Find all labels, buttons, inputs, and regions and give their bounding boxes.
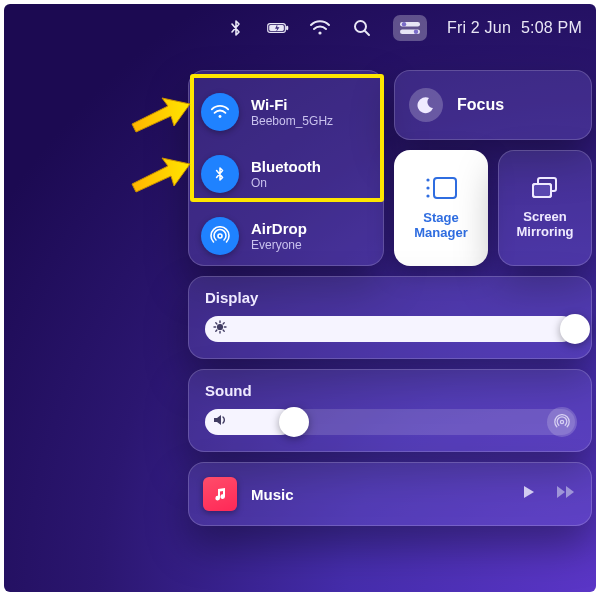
- sound-title: Sound: [205, 382, 575, 399]
- stage-manager-label: Stage Manager: [414, 211, 467, 241]
- sound-card: Sound: [188, 369, 592, 452]
- now-playing-card[interactable]: Music: [188, 462, 592, 526]
- bluetooth-icon: [201, 155, 239, 193]
- stage-manager-icon: [424, 175, 458, 205]
- airdrop-title: AirDrop: [251, 220, 307, 237]
- control-center-menu-icon[interactable]: [393, 15, 427, 41]
- connectivity-card: Wi-Fi Beebom_5GHz Bluetooth On: [188, 70, 384, 266]
- svg-rect-16: [533, 184, 551, 197]
- airdrop-subtitle: Everyone: [251, 238, 307, 252]
- bluetooth-toggle[interactable]: Bluetooth On: [201, 143, 371, 205]
- menu-bar-datetime[interactable]: Fri 2 Jun5:08 PM: [447, 19, 582, 37]
- wifi-icon: [201, 93, 239, 131]
- screen-mirroring-icon: [530, 176, 560, 204]
- svg-point-10: [218, 234, 222, 238]
- svg-point-18: [218, 325, 223, 330]
- airdrop-toggle[interactable]: AirDrop Everyone: [201, 205, 371, 267]
- display-card: Display: [188, 276, 592, 359]
- brightness-icon: [213, 320, 227, 338]
- screen-mirroring-tile[interactable]: Screen Mirroring: [498, 150, 592, 266]
- desktop-background: Fri 2 Jun5:08 PM Wi-Fi Beebom_5GHz: [4, 4, 596, 592]
- music-app-icon: [203, 477, 237, 511]
- sound-slider[interactable]: [205, 409, 575, 435]
- volume-icon: [213, 413, 229, 431]
- wifi-menu-icon[interactable]: [309, 17, 331, 39]
- focus-button[interactable]: Focus: [394, 70, 592, 140]
- svg-point-3: [318, 31, 321, 34]
- svg-point-12: [426, 186, 429, 189]
- svg-rect-1: [286, 26, 288, 30]
- menu-bar: Fri 2 Jun5:08 PM: [4, 10, 596, 46]
- annotation-arrow-icon: [130, 94, 192, 134]
- menu-bar-date: Fri 2 Jun: [447, 19, 511, 36]
- control-center-panel: Wi-Fi Beebom_5GHz Bluetooth On: [188, 70, 592, 526]
- wifi-subtitle: Beebom_5GHz: [251, 114, 333, 128]
- play-button[interactable]: [521, 484, 537, 504]
- spotlight-search-icon[interactable]: [351, 17, 373, 39]
- screen-mirroring-label: Screen Mirroring: [516, 210, 573, 240]
- now-playing-title: Music: [251, 486, 507, 503]
- annotation-arrow-icon: [130, 154, 192, 194]
- bluetooth-subtitle: On: [251, 176, 321, 190]
- focus-label: Focus: [457, 96, 504, 114]
- wifi-title: Wi-Fi: [251, 96, 333, 113]
- menu-bar-time: 5:08 PM: [521, 19, 582, 36]
- wifi-toggle[interactable]: Wi-Fi Beebom_5GHz: [201, 81, 371, 143]
- sound-slider-knob[interactable]: [279, 407, 309, 437]
- display-slider[interactable]: [205, 316, 575, 342]
- display-slider-knob[interactable]: [560, 314, 590, 344]
- svg-point-11: [426, 178, 429, 181]
- svg-point-9: [219, 115, 222, 118]
- sound-output-button[interactable]: [547, 407, 577, 437]
- svg-point-6: [402, 22, 406, 26]
- svg-point-8: [414, 30, 418, 34]
- battery-charging-icon[interactable]: [267, 17, 289, 39]
- stage-manager-tile[interactable]: Stage Manager: [394, 150, 488, 266]
- svg-rect-14: [434, 178, 456, 198]
- airdrop-icon: [201, 217, 239, 255]
- svg-point-19: [560, 420, 563, 423]
- next-track-button[interactable]: [555, 484, 577, 504]
- svg-point-13: [426, 194, 429, 197]
- display-title: Display: [205, 289, 575, 306]
- moon-icon: [409, 88, 443, 122]
- bluetooth-menu-icon[interactable]: [225, 17, 247, 39]
- bluetooth-title: Bluetooth: [251, 158, 321, 175]
